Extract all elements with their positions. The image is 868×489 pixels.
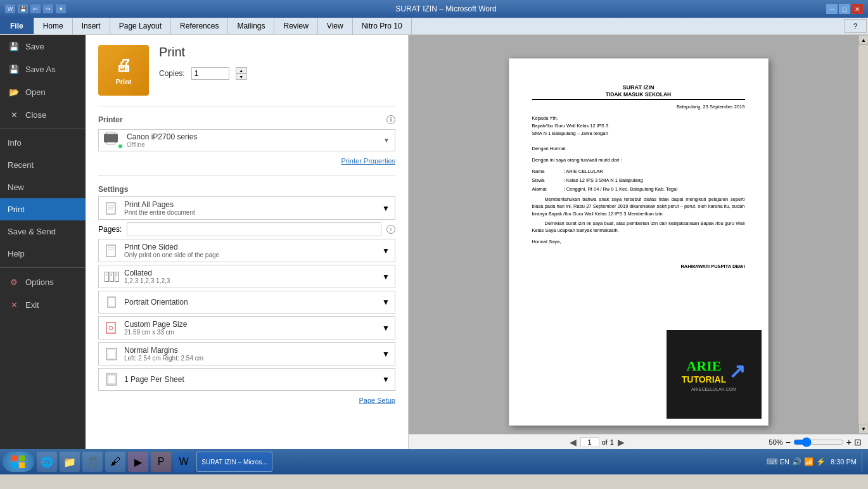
printer-info-icon[interactable]: i	[386, 115, 395, 124]
quick-save-icon[interactable]: 💾	[18, 4, 28, 13]
taskbar-right: ⌨ EN 🔊 📶 ⚡ 8:30 PM	[767, 452, 865, 472]
scroll-up-button[interactable]: ▲	[858, 35, 868, 45]
taskbar-media-icon[interactable]: 🎵	[82, 452, 103, 472]
sidebar-item-save[interactable]: 💾 Save	[0, 35, 86, 58]
print-one-sided-arrow: ▼	[382, 246, 390, 255]
setting-portrait[interactable]: Portrait Orientation ▼	[98, 291, 395, 314]
sidebar-item-print[interactable]: Print	[0, 198, 86, 220]
pages-input[interactable]	[127, 222, 381, 236]
network-icon[interactable]: 📶	[804, 457, 814, 466]
next-page-button[interactable]: ▶	[616, 437, 626, 447]
zoom-slider[interactable]	[793, 437, 844, 447]
setting-page-size[interactable]: Custom Page Size 21.59 cm x 33 cm ▼	[98, 316, 395, 340]
setting-margins[interactable]: Normal Margins Left: 2.54 cm Right: 2.54…	[98, 342, 395, 365]
copies-down-button[interactable]: ▼	[236, 73, 247, 80]
taskbar: 🌐 📁 🎵 🖌 ▶ P W SURAT IZIN – Micros... ⌨ E…	[0, 449, 868, 474]
save-icon: 💾	[8, 41, 20, 51]
taskbar-explorer-icon[interactable]: 📁	[60, 452, 80, 472]
volume-icon[interactable]: 🔊	[792, 457, 801, 466]
print-all-pages-arrow: ▼	[382, 204, 390, 213]
taskbar-word-icon[interactable]: W	[174, 452, 194, 472]
sidebar-item-new[interactable]: New	[0, 176, 86, 198]
sidebar-item-options[interactable]: ⚙ Options	[0, 270, 86, 293]
scroll-down-button[interactable]: ▼	[858, 424, 868, 434]
printer-label: Printer	[98, 115, 123, 124]
taskbar-paint-icon[interactable]: 🖌	[105, 452, 125, 472]
sidebar-item-close[interactable]: ✕ Close	[0, 103, 86, 126]
settings-section-title: Settings	[86, 181, 408, 196]
tab-insert[interactable]: Insert	[73, 18, 110, 34]
setting-print-one-sided-main: Print One Sided	[124, 243, 219, 251]
printer-properties-link[interactable]: Printer Properties	[341, 157, 395, 165]
print-all-pages-icon	[104, 201, 119, 216]
collated-page-3: 3	[115, 272, 119, 282]
setting-collated[interactable]: 1 2 3 Collated 1,2,3 1,2,3 1,2,3 ▼	[98, 265, 395, 288]
tab-references[interactable]: References	[171, 18, 228, 34]
printer-section-title: Printer i	[86, 111, 408, 127]
sidebar-item-open[interactable]: 📂 Open	[0, 80, 86, 103]
printer-status-icon	[118, 144, 123, 149]
tab-file[interactable]: File	[0, 18, 34, 34]
time-display[interactable]: 8:30 PM	[831, 458, 857, 466]
doc-body: Dengan Hormat Dengan ini saya orang tua/…	[532, 145, 745, 234]
fit-page-button[interactable]: ⊡	[854, 437, 862, 447]
copies-spinner: ▲ ▼	[236, 67, 247, 80]
printer-properties-row: Printer Properties	[86, 155, 408, 170]
tab-help-icon[interactable]: ?	[844, 19, 867, 33]
printer-status: Offline	[127, 141, 197, 148]
main-container: 💾 Save 💾 Save As 📂 Open ✕ Close Info Rec…	[0, 35, 868, 449]
quick-redo-icon[interactable]: ↪	[43, 4, 53, 13]
tab-page-layout[interactable]: Page Layout	[110, 18, 171, 34]
tab-home[interactable]: Home	[34, 18, 73, 34]
zoom-in-button[interactable]: +	[846, 437, 852, 447]
copies-label: Copies:	[159, 69, 185, 78]
zoom-out-button[interactable]: −	[786, 437, 791, 447]
taskbar-ie-icon[interactable]: 🌐	[37, 452, 57, 472]
close-button[interactable]: ✕	[852, 4, 863, 14]
setting-portrait-text: Portrait Orientation	[124, 298, 188, 307]
taskbar-word-active[interactable]: SURAT IZIN – Micros...	[196, 452, 272, 472]
sidebar-item-save-send[interactable]: Save & Send	[0, 220, 86, 243]
scroll-track[interactable]	[858, 45, 868, 424]
minimize-button[interactable]: ─	[826, 4, 838, 14]
quick-undo-icon[interactable]: ↩	[30, 4, 41, 13]
prev-page-button[interactable]: ◀	[568, 437, 578, 447]
sidebar-item-exit[interactable]: ✕ Exit	[0, 293, 86, 316]
tab-mailings[interactable]: Mailings	[228, 18, 274, 34]
sidebar-new-label: New	[8, 182, 24, 192]
doc-title-sub: TIDAK MASUK SEKOLAH	[532, 91, 745, 98]
setting-print-all-pages[interactable]: Print All Pages Print the entire documen…	[98, 196, 395, 220]
sidebar-item-recent[interactable]: Recent	[0, 154, 86, 176]
page-setup-link[interactable]: Page Setup	[359, 397, 396, 404]
preview-nav: ◀ of 1 ▶ 50% − + ⊡	[409, 434, 868, 449]
taskbar-powerpoint-icon[interactable]: P	[151, 452, 171, 472]
restore-button[interactable]: ◻	[839, 4, 850, 14]
show-desktop-button[interactable]	[862, 452, 865, 472]
printer-select[interactable]: Canon iP2700 series Offline ▼	[98, 129, 395, 151]
printer-paper-out	[106, 132, 115, 134]
svg-rect-8	[106, 322, 115, 333]
print-button[interactable]: 🖨 Print	[98, 45, 149, 96]
tab-nitro[interactable]: Nitro Pro 10	[353, 18, 412, 34]
sidebar-item-info[interactable]: Info	[0, 132, 86, 154]
copies-input[interactable]	[191, 67, 229, 80]
copies-up-button[interactable]: ▲	[236, 67, 247, 73]
tab-review[interactable]: Review	[274, 18, 317, 34]
sidebar-item-help[interactable]: Help	[0, 243, 86, 265]
sidebar-item-save-as[interactable]: 💾 Save As	[0, 58, 86, 80]
print-button-icon: 🖨	[115, 56, 132, 75]
start-button[interactable]	[3, 452, 34, 472]
setting-pages-per-sheet[interactable]: 1 Page Per Sheet ▼	[98, 368, 395, 391]
setting-print-one-sided[interactable]: Print One Sided Only print on one side o…	[98, 239, 395, 262]
doc-to: Kepada Yth. Bapak/Ibu Guru Wali Kelas 12…	[532, 115, 745, 137]
current-page-input[interactable]	[580, 437, 599, 447]
pages-info-icon[interactable]: i	[386, 225, 395, 234]
setting-print-all-pages-text: Print All Pages Print the entire documen…	[124, 200, 195, 216]
ribbon-tabs: File Home Insert Page Layout References …	[0, 18, 868, 34]
of-label: of	[602, 438, 608, 446]
printer-divider	[98, 106, 395, 106]
setting-print-all-pages-main: Print All Pages	[124, 200, 195, 209]
tab-view[interactable]: View	[318, 18, 353, 34]
quick-more-icon[interactable]: ▾	[56, 4, 66, 13]
taskbar-video-icon[interactable]: ▶	[128, 452, 148, 472]
